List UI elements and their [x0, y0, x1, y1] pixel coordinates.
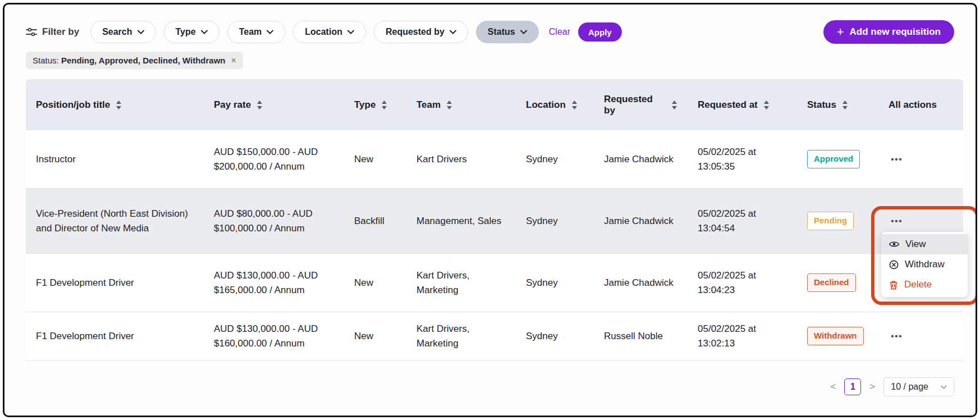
cell-requested-by: Russell Noble [594, 320, 688, 353]
table-row: Vice-President (North East Division) and… [26, 189, 963, 254]
cell-location: Sydney [516, 320, 594, 353]
table-row: Instructor AUD $150,000.00 - AUD $200,00… [26, 130, 963, 189]
filter-pill-location[interactable]: Location [293, 21, 366, 43]
add-new-requisition-button[interactable]: + Add new requisition [823, 20, 954, 44]
filter-pill-type[interactable]: Type [164, 21, 219, 43]
status-badge: Withdrawn [807, 327, 864, 345]
column-label: Requested at [698, 99, 758, 111]
filter-pill-label: Location [305, 27, 342, 37]
cell-requested-at: 05/02/2025 at 13:05:35 [688, 136, 797, 182]
status-badge: Approved [807, 150, 860, 168]
cell-requested-by: Jamie Chadwick [594, 267, 688, 299]
column-header-requested-at[interactable]: Requested at [688, 99, 797, 111]
sort-icon [571, 101, 578, 109]
chevron-down-icon [450, 30, 456, 34]
menu-item-label: Delete [904, 279, 932, 290]
filter-pill-label: Type [176, 27, 196, 37]
column-header-team[interactable]: Team [406, 99, 516, 111]
cell-requested-at: 05/02/2025 at 13:04:23 [688, 259, 797, 306]
column-label: Team [416, 99, 441, 111]
cell-pay-rate: AUD $130,000.00 - AUD $165,000.00 / Annu… [204, 259, 344, 306]
status-filter-chip: Status: Pending, Approved, Declined, Wit… [26, 52, 243, 69]
filter-pill-label: Status [488, 27, 515, 37]
prev-page-button[interactable]: < [827, 380, 839, 394]
chevron-down-icon [138, 30, 144, 34]
column-label: All actions [889, 99, 937, 111]
sort-icon [763, 101, 770, 109]
menu-item-withdraw[interactable]: Withdraw [881, 254, 968, 275]
row-actions-button[interactable]: ••• [889, 214, 905, 228]
cell-type: Backfill [344, 205, 406, 238]
chevron-down-icon [941, 385, 947, 389]
filter-pill-label: Team [239, 27, 262, 37]
column-header-all-actions: All actions [878, 99, 963, 111]
column-header-type[interactable]: Type [344, 99, 406, 111]
sort-icon [671, 101, 677, 109]
menu-item-view[interactable]: View [881, 234, 968, 254]
cell-type: New [344, 143, 406, 176]
menu-item-label: View [905, 239, 926, 250]
cell-position: F1 Development Driver [26, 267, 204, 299]
menu-item-delete[interactable]: Delete [881, 275, 968, 295]
eye-icon [889, 240, 899, 248]
column-label: Status [807, 99, 836, 111]
cell-position: Instructor [26, 143, 204, 176]
column-label: Type [354, 99, 375, 111]
chip-close-icon[interactable]: × [231, 56, 236, 65]
column-label: Pay rate [214, 99, 251, 111]
menu-item-label: Withdraw [905, 259, 945, 270]
column-header-position[interactable]: Position/job title [26, 99, 204, 111]
chevron-down-icon [201, 30, 208, 34]
requisitions-page: Filter by Search Type Team Location Requ… [3, 3, 977, 417]
column-header-pay-rate[interactable]: Pay rate [204, 99, 344, 111]
cell-type: New [344, 267, 406, 299]
filter-by: Filter by [26, 26, 79, 38]
cell-status: Pending [797, 203, 878, 239]
apply-filters-button[interactable]: Apply [578, 22, 622, 42]
chevron-down-icon [347, 30, 354, 34]
table-header-row: Position/job title Pay rate Type Team Lo… [26, 79, 963, 130]
clear-filters-link[interactable]: Clear [549, 27, 570, 37]
cell-location: Sydney [516, 205, 594, 238]
chip-label: Status: Pending, Approved, Declined, Wit… [33, 56, 226, 65]
page-size-select[interactable]: 10 / page [883, 377, 954, 396]
sliders-icon [26, 27, 37, 37]
cell-pay-rate: AUD $150,000.00 - AUD $200,000.00 / Annu… [204, 136, 344, 182]
sort-icon [257, 101, 263, 109]
add-button-label: Add new requisition [850, 26, 941, 38]
filter-by-label: Filter by [42, 26, 79, 38]
column-header-location[interactable]: Location [516, 99, 594, 111]
cell-position: Vice-President (North East Division) and… [26, 198, 204, 244]
cell-status: Approved [797, 141, 878, 177]
filter-pill-requested-by[interactable]: Requested by [374, 21, 468, 43]
cell-team: Kart Drivers, Marketing [406, 259, 516, 306]
cell-requested-by: Jamie Chadwick [594, 143, 688, 176]
row-actions-button[interactable]: ••• [889, 153, 905, 166]
cell-team: Kart Drivers, Marketing [406, 313, 516, 359]
filter-pill-status[interactable]: Status [476, 21, 539, 43]
status-badge: Declined [807, 273, 856, 292]
filter-pill-search[interactable]: Search [90, 21, 155, 43]
filter-pill-team[interactable]: Team [227, 21, 286, 43]
plus-icon: + [837, 26, 844, 38]
row-actions-dropdown: View Withdraw Delete [881, 232, 968, 297]
column-header-status[interactable]: Status [797, 99, 878, 111]
row-actions-button[interactable]: ••• [889, 330, 905, 343]
filter-bar: Filter by Search Type Team Location Requ… [26, 20, 954, 44]
cell-actions: ••• [878, 143, 963, 176]
page-number-button[interactable]: 1 [844, 378, 861, 395]
column-label: Requested by [604, 94, 666, 116]
sort-icon [842, 101, 848, 109]
chip-values: Pending, Approved, Declined, Withdrawn [61, 56, 226, 65]
column-label: Location [526, 99, 566, 111]
column-header-requested-by[interactable]: Requested by [594, 94, 688, 116]
cell-requested-by: Jamie Chadwick [594, 205, 688, 238]
cell-status: Declined [797, 264, 878, 301]
cell-pay-rate: AUD $130,000.00 - AUD $160,000.00 / Annu… [204, 313, 344, 359]
page-size-value: 10 / page [891, 382, 928, 392]
table-row: F1 Development Driver AUD $130,000.00 - … [26, 312, 963, 360]
chevron-down-icon [267, 30, 273, 34]
circle-x-icon [889, 260, 899, 270]
table-row: F1 Development Driver AUD $130,000.00 - … [26, 254, 963, 312]
next-page-button[interactable]: > [866, 380, 878, 394]
